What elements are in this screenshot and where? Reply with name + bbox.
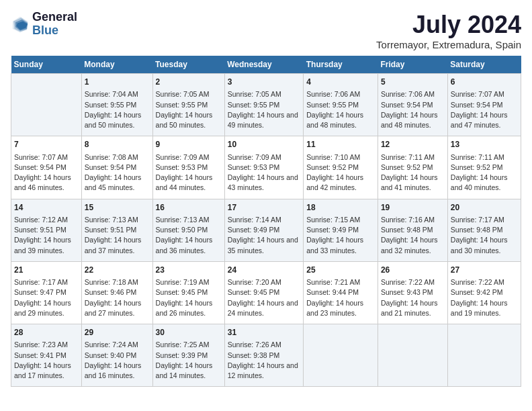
- cell-info: Sunrise: 7:08 AMSunset: 9:54 PMDaylight:…: [85, 152, 150, 193]
- cell-info: Sunrise: 7:06 AMSunset: 9:55 PMDaylight:…: [306, 89, 375, 130]
- day-number: 9: [156, 139, 222, 150]
- day-header-friday: Friday: [378, 56, 447, 74]
- calendar-cell: 11Sunrise: 7:10 AMSunset: 9:52 PMDayligh…: [304, 136, 378, 199]
- calendar-cell: 8Sunrise: 7:08 AMSunset: 9:54 PMDaylight…: [81, 136, 152, 199]
- cell-info: Sunrise: 7:21 AMSunset: 9:44 PMDaylight:…: [306, 277, 375, 318]
- cell-info: Sunrise: 7:13 AMSunset: 9:50 PMDaylight:…: [156, 215, 222, 256]
- day-number: 1: [85, 77, 150, 88]
- title-area: July 2024 Torremayor, Extremadura, Spain: [376, 11, 521, 50]
- calendar-cell: 24Sunrise: 7:20 AMSunset: 9:45 PMDayligh…: [224, 261, 304, 324]
- cell-info: Sunrise: 7:12 AMSunset: 9:51 PMDaylight:…: [14, 215, 79, 256]
- calendar-cell: 7Sunrise: 7:07 AMSunset: 9:54 PMDaylight…: [11, 136, 82, 199]
- day-number: 10: [228, 139, 301, 150]
- cell-info: Sunrise: 7:11 AMSunset: 9:52 PMDaylight:…: [451, 152, 518, 193]
- day-header-saturday: Saturday: [447, 56, 521, 74]
- cell-info: Sunrise: 7:14 AMSunset: 9:49 PMDaylight:…: [228, 215, 301, 256]
- calendar-body: 1Sunrise: 7:04 AMSunset: 9:55 PMDaylight…: [11, 74, 521, 387]
- calendar-cell: 21Sunrise: 7:17 AMSunset: 9:47 PMDayligh…: [11, 261, 82, 324]
- cell-info: Sunrise: 7:06 AMSunset: 9:54 PMDaylight:…: [381, 89, 445, 130]
- calendar-cell: 27Sunrise: 7:22 AMSunset: 9:42 PMDayligh…: [447, 261, 521, 324]
- cell-info: Sunrise: 7:05 AMSunset: 9:55 PMDaylight:…: [156, 89, 222, 130]
- calendar-cell: [304, 324, 378, 387]
- day-number: 27: [451, 265, 518, 276]
- day-number: 20: [451, 202, 518, 214]
- day-number: 28: [14, 327, 79, 338]
- calendar-cell: 3Sunrise: 7:05 AMSunset: 9:55 PMDaylight…: [224, 74, 304, 136]
- calendar-cell: 29Sunrise: 7:24 AMSunset: 9:40 PMDayligh…: [81, 324, 152, 387]
- calendar-cell: [447, 324, 521, 387]
- day-number: 17: [228, 202, 301, 214]
- day-number: 26: [381, 265, 445, 276]
- cell-info: Sunrise: 7:18 AMSunset: 9:46 PMDaylight:…: [85, 277, 150, 318]
- calendar-cell: 5Sunrise: 7:06 AMSunset: 9:54 PMDaylight…: [378, 74, 447, 136]
- cell-info: Sunrise: 7:22 AMSunset: 9:43 PMDaylight:…: [381, 277, 445, 318]
- day-number: 15: [85, 202, 150, 214]
- calendar-week-row: 28Sunrise: 7:23 AMSunset: 9:41 PMDayligh…: [11, 324, 521, 387]
- calendar-cell: 19Sunrise: 7:16 AMSunset: 9:48 PMDayligh…: [378, 199, 447, 261]
- calendar-cell: 23Sunrise: 7:19 AMSunset: 9:45 PMDayligh…: [152, 261, 224, 324]
- day-number: 8: [85, 139, 150, 150]
- day-number: 21: [14, 265, 79, 276]
- main-title: July 2024: [376, 11, 521, 39]
- day-number: 2: [156, 77, 222, 88]
- calendar-cell: 25Sunrise: 7:21 AMSunset: 9:44 PMDayligh…: [304, 261, 378, 324]
- calendar-cell: 12Sunrise: 7:11 AMSunset: 9:52 PMDayligh…: [378, 136, 447, 199]
- calendar-cell: 14Sunrise: 7:12 AMSunset: 9:51 PMDayligh…: [11, 199, 82, 261]
- cell-info: Sunrise: 7:22 AMSunset: 9:42 PMDaylight:…: [451, 277, 518, 318]
- day-number: 13: [451, 139, 518, 150]
- header: General Blue July 2024 Torremayor, Extre…: [11, 11, 521, 50]
- cell-info: Sunrise: 7:13 AMSunset: 9:51 PMDaylight:…: [85, 215, 150, 256]
- day-number: 5: [381, 77, 445, 88]
- day-number: 19: [381, 202, 445, 214]
- day-number: 6: [451, 77, 518, 88]
- day-number: 7: [14, 139, 79, 150]
- cell-info: Sunrise: 7:23 AMSunset: 9:41 PMDaylight:…: [14, 340, 79, 381]
- calendar-cell: 17Sunrise: 7:14 AMSunset: 9:49 PMDayligh…: [224, 199, 304, 261]
- calendar-cell: 16Sunrise: 7:13 AMSunset: 9:50 PMDayligh…: [152, 199, 224, 261]
- calendar-header-row: SundayMondayTuesdayWednesdayThursdayFrid…: [11, 56, 521, 74]
- calendar-week-row: 14Sunrise: 7:12 AMSunset: 9:51 PMDayligh…: [11, 199, 521, 261]
- day-header-thursday: Thursday: [304, 56, 378, 74]
- cell-info: Sunrise: 7:16 AMSunset: 9:48 PMDaylight:…: [381, 215, 445, 256]
- day-number: 29: [85, 327, 150, 338]
- calendar-cell: 18Sunrise: 7:15 AMSunset: 9:49 PMDayligh…: [304, 199, 378, 261]
- calendar-cell: 9Sunrise: 7:09 AMSunset: 9:53 PMDaylight…: [152, 136, 224, 199]
- cell-info: Sunrise: 7:15 AMSunset: 9:49 PMDaylight:…: [306, 215, 375, 256]
- cell-info: Sunrise: 7:19 AMSunset: 9:45 PMDaylight:…: [156, 277, 222, 318]
- calendar-cell: 6Sunrise: 7:07 AMSunset: 9:54 PMDaylight…: [447, 74, 521, 136]
- day-number: 24: [228, 265, 301, 276]
- day-number: 18: [306, 202, 375, 214]
- day-header-monday: Monday: [81, 56, 152, 74]
- calendar-cell: 13Sunrise: 7:11 AMSunset: 9:52 PMDayligh…: [447, 136, 521, 199]
- calendar-week-row: 7Sunrise: 7:07 AMSunset: 9:54 PMDaylight…: [11, 136, 521, 199]
- day-number: 12: [381, 139, 445, 150]
- day-number: 3: [228, 77, 301, 88]
- calendar-cell: 26Sunrise: 7:22 AMSunset: 9:43 PMDayligh…: [378, 261, 447, 324]
- calendar-cell: [11, 74, 82, 136]
- day-header-tuesday: Tuesday: [152, 56, 224, 74]
- day-number: 4: [306, 77, 375, 88]
- cell-info: Sunrise: 7:11 AMSunset: 9:52 PMDaylight:…: [381, 152, 445, 193]
- day-number: 25: [306, 265, 375, 276]
- day-number: 22: [85, 265, 150, 276]
- calendar-table: SundayMondayTuesdayWednesdayThursdayFrid…: [11, 56, 521, 387]
- cell-info: Sunrise: 7:17 AMSunset: 9:48 PMDaylight:…: [451, 215, 518, 256]
- cell-info: Sunrise: 7:09 AMSunset: 9:53 PMDaylight:…: [156, 152, 222, 193]
- calendar-cell: 10Sunrise: 7:09 AMSunset: 9:53 PMDayligh…: [224, 136, 304, 199]
- day-number: 11: [306, 139, 375, 150]
- logo: General Blue: [11, 11, 77, 38]
- calendar-cell: 20Sunrise: 7:17 AMSunset: 9:48 PMDayligh…: [447, 199, 521, 261]
- calendar-week-row: 21Sunrise: 7:17 AMSunset: 9:47 PMDayligh…: [11, 261, 521, 324]
- day-header-sunday: Sunday: [11, 56, 82, 74]
- cell-info: Sunrise: 7:10 AMSunset: 9:52 PMDaylight:…: [306, 152, 375, 193]
- calendar-cell: [378, 324, 447, 387]
- day-header-wednesday: Wednesday: [224, 56, 304, 74]
- calendar-cell: 28Sunrise: 7:23 AMSunset: 9:41 PMDayligh…: [11, 324, 82, 387]
- day-number: 30: [156, 327, 222, 338]
- cell-info: Sunrise: 7:05 AMSunset: 9:55 PMDaylight:…: [228, 89, 301, 130]
- cell-info: Sunrise: 7:04 AMSunset: 9:55 PMDaylight:…: [85, 89, 150, 130]
- cell-info: Sunrise: 7:20 AMSunset: 9:45 PMDaylight:…: [228, 277, 301, 318]
- calendar-cell: 4Sunrise: 7:06 AMSunset: 9:55 PMDaylight…: [304, 74, 378, 136]
- logo-text: General Blue: [32, 11, 77, 38]
- subtitle: Torremayor, Extremadura, Spain: [376, 39, 521, 50]
